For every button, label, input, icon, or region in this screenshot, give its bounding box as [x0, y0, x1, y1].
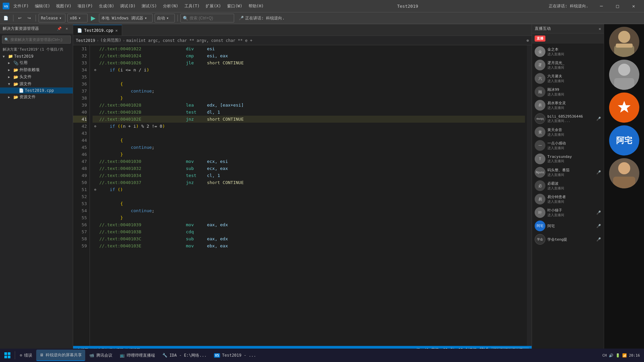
menu-debug[interactable]: 调试(D): [117, 2, 138, 10]
live-user-action-12: 进入直播间: [547, 199, 601, 204]
toolbar-separator-3: [177, 15, 178, 21]
tab-test2019-cpp[interactable]: 📄 Test2019.cpp ✕: [73, 25, 122, 36]
menu-file[interactable]: 文件(F): [11, 2, 32, 10]
taskbar-start[interactable]: [1, 350, 13, 361]
tray-ch[interactable]: CH: [602, 353, 607, 358]
close-button[interactable]: ✕: [626, 0, 641, 12]
line-47-text: //.text:00401030 mov ecx, esi: [98, 158, 228, 165]
menu-test[interactable]: 测试(S): [139, 2, 160, 10]
taskbar-mode[interactable]: ⊙ 绩误: [16, 350, 36, 361]
line-36-text: {: [98, 80, 123, 87]
live-user-name-13: 叶小猫子: [547, 208, 594, 213]
svg-rect-8: [614, 78, 634, 90]
tab-close-button[interactable]: ✕: [115, 28, 118, 33]
config-dropdown[interactable]: Release ▾: [39, 14, 65, 22]
live-user-9[interactable]: T Tracysunday 进入直播间: [532, 152, 604, 166]
run-button[interactable]: ▶: [90, 14, 97, 22]
taskbar-bilibili[interactable]: 📺 哔哩哔哩直播端: [116, 350, 158, 361]
sidebar-search-input[interactable]: [10, 38, 68, 42]
live-user-8[interactable]: 一 一点小感动 进入直播间: [532, 139, 604, 152]
menu-help[interactable]: 帮助(H): [246, 2, 267, 10]
tree-item-refs[interactable]: ▶ 📎 引用: [0, 59, 73, 66]
toolbar-separator-2: [36, 15, 36, 21]
headers-label: 头文件: [19, 74, 32, 80]
live-user-5[interactable]: 易 易水寒全灵 进入直播间: [532, 99, 604, 112]
line-indicator-53: [93, 200, 98, 207]
search-input[interactable]: [190, 16, 230, 20]
menu-ext[interactable]: 扩展(X): [203, 2, 224, 10]
tray-network-icon[interactable]: 📶: [622, 353, 627, 358]
sidebar-pin-button[interactable]: 📌: [56, 25, 63, 32]
live-user-1[interactable]: 金 金之本 进入直播间: [532, 45, 604, 58]
breadcrumb-action-1[interactable]: ⊕: [527, 38, 529, 43]
undo-button[interactable]: ↩: [16, 14, 23, 22]
code-line-44: {: [93, 137, 525, 144]
taskbar-ida[interactable]: 🔧 IDA - E:\网络...: [159, 350, 210, 361]
sidebar-close-button[interactable]: ✕: [63, 25, 70, 32]
menu-analyze[interactable]: 分析(N): [160, 2, 181, 10]
run-mode-dropdown[interactable]: 自动 ▾: [155, 14, 175, 22]
menu-window[interactable]: 窗口(W): [224, 2, 245, 10]
minimize-button[interactable]: ─: [594, 0, 609, 12]
line-indicator-47: [93, 158, 98, 165]
vertical-scrollbar[interactable]: [527, 45, 532, 346]
live-user-info-10: 码头整、番茄 进入直播间: [547, 168, 594, 177]
live-user-13[interactable]: 叶 叶小猫子 进入直播间 🎤: [532, 206, 604, 219]
menu-tools[interactable]: 工具(T): [182, 2, 203, 10]
code-container[interactable]: 31 32 33 34 35 36 37 38 39 40 41 42 43 4…: [73, 45, 532, 346]
live-user-10[interactable]: Nguns 码头整、番茄 进入直播间 🎤: [532, 166, 604, 179]
maximize-button[interactable]: □: [610, 0, 625, 12]
window-title: Test2019: [268, 4, 547, 9]
menu-view[interactable]: 视图(V): [53, 2, 74, 10]
menu-edit[interactable]: 编辑(E): [32, 2, 53, 10]
code-line-55: }: [93, 214, 525, 221]
live-user-6[interactable]: ewqq bili_68529536446 进入直播间... 🎤: [532, 112, 604, 125]
stream-panel: 阿宅: [604, 24, 644, 354]
platform-dropdown[interactable]: x86 ▾: [67, 14, 88, 22]
redo-button[interactable]: ↪: [25, 14, 33, 22]
menu-project[interactable]: 项目(P): [75, 2, 96, 10]
live-user-2[interactable]: 逻 逻月流光_ 进入直播间: [532, 58, 604, 72]
breadcrumb-sep-2: ›: [122, 38, 125, 43]
tree-item-resources[interactable]: ▶ 📂 资源文件: [0, 94, 73, 101]
taskbar-screen-share[interactable]: 🖥 科锐逆向的屏幕共享: [36, 350, 85, 361]
tree-item-external-deps[interactable]: ▶ 📂 外部依赖项: [0, 66, 73, 73]
toolbar-separator-1: [13, 15, 13, 21]
live-user-name-12: 易分钟患者: [547, 194, 601, 199]
run-target-dropdown[interactable]: 本地 Windows 调试器 ▾: [99, 14, 153, 22]
tree-item-project[interactable]: ▼ 📁 Test2019: [0, 53, 73, 59]
live-user-4[interactable]: 顾 顾冰99 进入直播间: [532, 85, 604, 99]
code-line-38: }: [93, 95, 525, 102]
line-indicator-40: [93, 109, 98, 116]
menu-build[interactable]: 生成(B): [96, 2, 117, 10]
sidebar-search-box[interactable]: 🔍: [2, 36, 71, 44]
live-user-14[interactable]: 阿宅 阿宅 🎤: [532, 219, 604, 233]
live-user-3[interactable]: 六 六月屠夫 进入直播间: [532, 72, 604, 85]
tree-item-sources[interactable]: ▼ 📂 源文件: [0, 80, 73, 87]
line-indicator-45: [93, 144, 98, 151]
code-content[interactable]: //.text:00401022 div esi //.text:0040102…: [90, 45, 532, 346]
breadcrumb-scope[interactable]: (全局范围): [100, 38, 121, 43]
windows-logo-icon: [4, 352, 11, 359]
new-file-button[interactable]: 📄: [1, 14, 10, 22]
live-speaking-indicator: 正在讲话: 科锐逆向.: [549, 3, 588, 9]
taskbar-tencent-meeting[interactable]: 📹 腾讯会议: [86, 350, 116, 361]
live-user-15[interactable]: 学会 学会teng提 🎤: [532, 233, 604, 246]
tree-item-headers[interactable]: ▶ 📂 头文件: [0, 73, 73, 80]
live-user-7[interactable]: 黄 黄天余音 进入直播间: [532, 125, 604, 139]
tree-arrow-project: ▼: [3, 55, 7, 58]
live-user-11[interactable]: 必 必霸波 进入直播间: [532, 179, 604, 192]
taskbar-vs[interactable]: VS Test2019 - ...: [211, 350, 259, 361]
live-mic-icon-14: 🎤: [596, 224, 601, 228]
stream-avatar-2: [609, 60, 639, 90]
search-box[interactable]: 🔍: [180, 14, 234, 22]
breadcrumb-project[interactable]: Test2019: [76, 38, 95, 43]
tray-clock: 20:16: [629, 353, 640, 358]
tray-sound-icon[interactable]: 🔊: [609, 353, 613, 358]
tree-item-cpp-file[interactable]: 📄 Test2019.cpp: [0, 87, 73, 94]
line-indicator-46: [93, 151, 98, 158]
live-close-icon[interactable]: ✕: [599, 26, 601, 31]
sidebar-search-icon: 🔍: [4, 38, 9, 42]
tray-battery-icon[interactable]: 🔋: [615, 353, 620, 358]
live-user-12[interactable]: 易 易分钟患者 进入直播间: [532, 192, 604, 206]
